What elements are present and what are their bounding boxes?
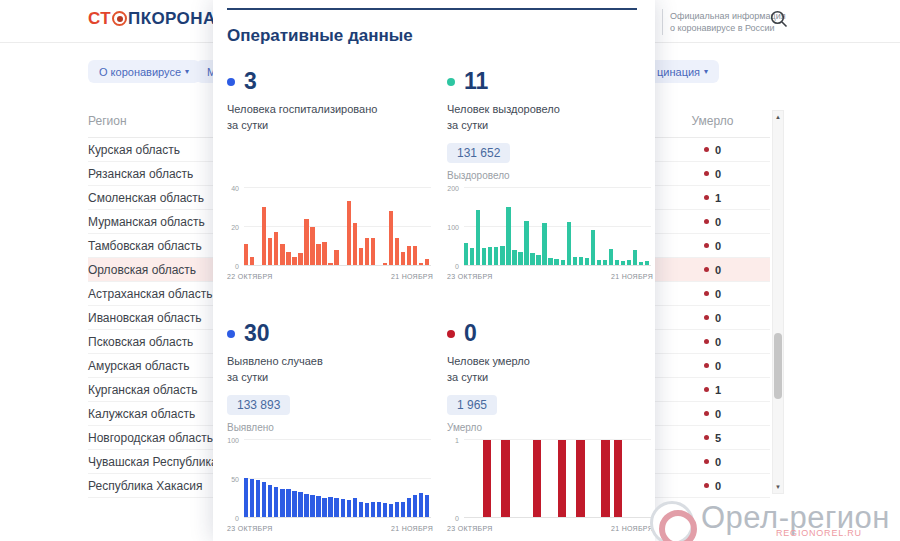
scrollbar-thumb[interactable] xyxy=(774,333,782,399)
chart-bar xyxy=(256,480,260,517)
region-row[interactable]: Ивановская область xyxy=(88,306,213,330)
chart-bar xyxy=(512,250,516,265)
chart-bar xyxy=(476,210,480,265)
region-row[interactable]: Смоленская область xyxy=(88,186,213,210)
chart-bar xyxy=(413,246,417,265)
deaths-row[interactable]: 0 xyxy=(655,210,770,234)
deaths-row[interactable]: 0 xyxy=(655,354,770,378)
chart-plot xyxy=(464,440,651,518)
deaths-list: 001000000010500 xyxy=(655,138,770,498)
deaths-row[interactable]: 5 xyxy=(655,426,770,450)
region-row[interactable]: Псковская область xyxy=(88,330,213,354)
search-icon[interactable] xyxy=(769,9,789,29)
region-row[interactable]: Новгородская область xyxy=(88,426,213,450)
deaths-value: 0 xyxy=(715,456,721,468)
gridline xyxy=(244,439,431,440)
chart-bar xyxy=(401,502,405,517)
gridline xyxy=(244,226,431,227)
stat-label: Человека госпитализировано за сутки xyxy=(227,101,433,133)
tagline-divider xyxy=(662,9,663,35)
stat-total-badge: 131 652 xyxy=(447,143,510,163)
chart-bar xyxy=(328,497,332,517)
deaths-row[interactable]: 0 xyxy=(655,258,770,282)
deaths-row[interactable]: 0 xyxy=(655,402,770,426)
table-scrollbar[interactable]: ▲ ▼ xyxy=(772,110,784,494)
chart-bar xyxy=(334,498,338,517)
chart-bar xyxy=(501,440,509,517)
gridline xyxy=(244,187,431,188)
stats-grid: 3 Человека госпитализировано за сутки 02… xyxy=(227,62,653,532)
chevron-down-icon: ▾ xyxy=(185,67,189,76)
deaths-dot-icon xyxy=(704,243,709,248)
deaths-dot-icon xyxy=(704,219,709,224)
deaths-value: 0 xyxy=(715,312,721,324)
region-row[interactable]: Мурманская область xyxy=(88,210,213,234)
region-column-header: Регион xyxy=(88,106,213,138)
deaths-row[interactable]: 0 xyxy=(655,450,770,474)
region-row[interactable]: Орловская область xyxy=(88,258,213,282)
region-row[interactable]: Республика Хакасия xyxy=(88,474,213,498)
chart-bar xyxy=(633,250,637,265)
chart-bar xyxy=(639,262,643,265)
chart-bar xyxy=(377,502,381,517)
deaths-row[interactable]: 0 xyxy=(655,306,770,330)
deaths-row[interactable]: 0 xyxy=(655,474,770,498)
deaths-row[interactable]: 1 xyxy=(655,378,770,402)
chart-bar xyxy=(591,230,595,265)
nav-vaccination[interactable]: цинация ▾ xyxy=(646,60,719,83)
deaths-value: 0 xyxy=(715,168,721,180)
region-row[interactable]: Калужская область xyxy=(88,402,213,426)
region-row[interactable]: Чувашская Республика xyxy=(88,450,213,474)
deaths-row[interactable]: 0 xyxy=(655,330,770,354)
chart-bar xyxy=(298,253,302,265)
virus-icon xyxy=(112,11,127,26)
page: СТПКОРОНАВИ Официальная информация о кор… xyxy=(0,0,900,541)
chart-bar xyxy=(334,250,338,265)
x-axis-end-label: 21 НОЯБРЯ xyxy=(391,525,433,532)
stat-confirmed: 30 Выявлено случаев за сутки 133 893 Выя… xyxy=(227,314,433,532)
chart-bar xyxy=(359,502,363,517)
deaths-value: 5 xyxy=(715,432,721,444)
region-row[interactable]: Курганская область xyxy=(88,378,213,402)
region-row[interactable]: Тамбовская область xyxy=(88,234,213,258)
stat-value: 11 xyxy=(464,68,488,95)
deaths-row[interactable]: 1 xyxy=(655,186,770,210)
chart-bar xyxy=(579,257,583,265)
deaths-value: 0 xyxy=(715,288,721,300)
region-list: Курская областьРязанская областьСмоленск… xyxy=(88,138,213,498)
stat-total-badge: 133 893 xyxy=(227,395,290,415)
stat-label: Человек выздоровело за сутки xyxy=(447,101,653,133)
chart-bar xyxy=(601,440,609,517)
scroll-down-icon[interactable]: ▼ xyxy=(773,481,783,493)
region-row[interactable]: Амурская область xyxy=(88,354,213,378)
region-row[interactable]: Рязанская область xyxy=(88,162,213,186)
deaths-value: 0 xyxy=(715,240,721,252)
deaths-row[interactable]: 0 xyxy=(655,162,770,186)
site-logo[interactable]: СТПКОРОНАВИ xyxy=(88,9,213,29)
deaths-dot-icon xyxy=(704,483,709,488)
stat-label-line2: за сутки xyxy=(447,119,488,131)
deaths-row[interactable]: 0 xyxy=(655,282,770,306)
scroll-up-icon[interactable]: ▲ xyxy=(773,111,783,123)
chart-bar xyxy=(262,482,266,517)
chart-bar xyxy=(341,499,345,517)
gridline xyxy=(464,226,651,227)
nav-about-covid[interactable]: О коронавирусе ▾ xyxy=(88,60,200,83)
chart-deaths: 01 23 ОКТЯБРЯ 21 НОЯБРЯ xyxy=(447,440,653,532)
region-row[interactable]: Астраханская область xyxy=(88,282,213,306)
chart-bar xyxy=(524,221,528,265)
deaths-row[interactable]: 0 xyxy=(655,234,770,258)
chart-bar xyxy=(645,261,649,265)
stat-hospitalized: 3 Человека госпитализировано за сутки 02… xyxy=(227,62,433,280)
deaths-value: 0 xyxy=(715,144,721,156)
chart-bar xyxy=(603,260,607,265)
deaths-dot-icon xyxy=(704,411,709,416)
nav-about-covid-label: О коронавирусе xyxy=(99,66,181,78)
chart-bar xyxy=(621,261,625,265)
deaths-row[interactable]: 0 xyxy=(655,138,770,162)
y-tick-label: 100 xyxy=(447,224,459,231)
stat-total-badge: 1 965 xyxy=(447,395,497,415)
region-row[interactable]: Курская область xyxy=(88,138,213,162)
deaths-dot-icon xyxy=(704,195,709,200)
stat-total-label: Выздоровело xyxy=(447,170,653,181)
